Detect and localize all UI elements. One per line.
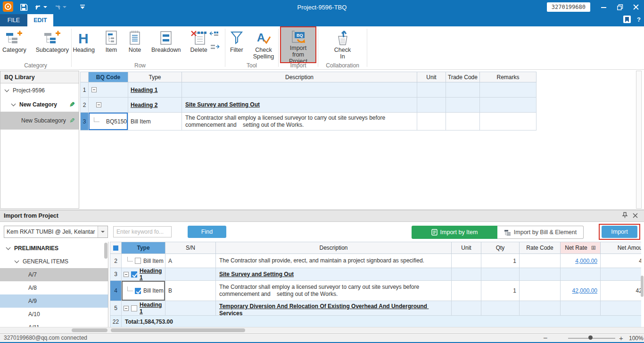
column-header-rate-code[interactable]: Rate Code <box>520 242 561 254</box>
import-by-bill-element-button[interactable]: Import by Bill & Element <box>497 226 584 239</box>
trade-code-cell[interactable] <box>446 113 480 131</box>
sn-cell[interactable]: A <box>165 254 216 268</box>
main-table-vscrollbar[interactable] <box>636 71 642 209</box>
type-cell[interactable]: Bill Item <box>122 254 165 268</box>
tree-hscroll-thumb[interactable] <box>72 328 107 332</box>
qty-cell[interactable]: 1 <box>481 281 520 301</box>
type-cell[interactable]: Heading 2 <box>128 98 182 113</box>
column-header-type[interactable]: Type <box>128 72 182 82</box>
zoom-in-button[interactable]: + <box>619 334 623 343</box>
column-header-trade-code[interactable]: Trade Code <box>446 72 480 82</box>
ribbon-button-item[interactable]: Item <box>102 27 121 62</box>
import-tree-item-a-11[interactable]: A/11 <box>0 321 108 327</box>
net-rate-cell[interactable]: 4,000.00 <box>561 254 601 268</box>
import-table-vscroll-thumb[interactable] <box>641 276 644 297</box>
collapse-icon[interactable] <box>96 102 101 107</box>
save-button[interactable] <box>20 3 28 11</box>
ribbon-button-note[interactable]: Note <box>125 27 144 62</box>
net-rate-cell[interactable] <box>561 268 601 281</box>
bookmark-icon[interactable] <box>623 16 631 23</box>
ribbon-button-check-in[interactable]: Check In <box>330 27 355 62</box>
net-rate-cell[interactable]: 42,000.00 <box>561 281 601 301</box>
import-tree-item-a-7[interactable]: A/7 <box>0 268 108 281</box>
remarks-cell[interactable] <box>480 113 537 131</box>
type-cell[interactable]: Heading 1 <box>122 268 165 281</box>
demote-icon[interactable] <box>209 43 220 52</box>
import-panel-hscrollbar[interactable] <box>0 327 644 333</box>
table-row[interactable]: 3BQ5150Bill ItemThe Contractor shall emp… <box>81 113 537 131</box>
net-amount-cell[interactable] <box>601 301 641 316</box>
expand-column-icon[interactable]: ⊞ <box>591 245 596 251</box>
help-icon[interactable]: ? <box>636 16 642 23</box>
import-tree-item-a-10[interactable]: A/10 <box>0 308 108 321</box>
rate-code-cell[interactable] <box>520 301 561 316</box>
keyword-search-input[interactable] <box>113 226 172 237</box>
table-row[interactable]: 2Bill ItemAThe Contractor shall provide,… <box>110 254 641 268</box>
description-cell[interactable]: The Contractor shall employ a licensed s… <box>182 113 417 131</box>
net-rate-link[interactable]: 42,000.00 <box>572 287 597 294</box>
tab-edit[interactable]: EDIT <box>27 14 53 26</box>
row-checkbox[interactable] <box>131 271 137 278</box>
account-id-box[interactable]: 3270199680 <box>547 2 590 12</box>
bq-tree-item-new-category[interactable]: New Category✎ <box>0 98 79 112</box>
import-by-item-button[interactable]: Import by Item <box>412 226 497 239</box>
import-tree-item-general-items[interactable]: GENERAL ITEMS <box>0 255 108 268</box>
unit-cell[interactable] <box>452 281 481 301</box>
type-cell[interactable]: Heading 1 <box>122 301 165 316</box>
column-header-s-n[interactable]: S/N <box>165 242 216 254</box>
rate-code-cell[interactable] <box>520 254 561 268</box>
close-panel-icon[interactable] <box>630 212 640 220</box>
net-rate-cell[interactable] <box>561 301 601 316</box>
unit-cell[interactable] <box>417 113 446 131</box>
ribbon-button-breakdown[interactable]: Breakdown <box>149 27 183 62</box>
ribbon-button-delete[interactable]: Delete <box>188 27 210 62</box>
net-amount-cell[interactable]: 42,000.00 <box>601 281 641 301</box>
remarks-cell[interactable] <box>480 98 537 113</box>
edit-pencil-icon[interactable]: ✎ <box>69 101 75 108</box>
column-header-qty[interactable]: Qty <box>481 242 520 254</box>
column-header-net-amount[interactable]: Net Amount <box>601 242 641 254</box>
collapse-icon[interactable] <box>124 272 129 277</box>
unit-cell[interactable] <box>452 268 481 281</box>
bq-tree-item-project-9596[interactable]: Project-9596 <box>0 83 79 98</box>
table-row[interactable]: 2Heading 2Site Survey and Setting Out <box>81 98 537 113</box>
unit-cell[interactable] <box>452 254 481 268</box>
select-all-header[interactable] <box>110 242 122 254</box>
unit-cell[interactable] <box>417 98 446 113</box>
bq-tree-item-new-subcategory[interactable]: New Subcategory✎ <box>0 112 79 130</box>
column-header-description[interactable]: Description <box>182 72 417 82</box>
description-cell[interactable]: Temporary Diversion And Relocation Of Ex… <box>216 301 452 316</box>
description-cell[interactable] <box>182 82 417 98</box>
unit-cell[interactable] <box>452 301 481 316</box>
tab-file[interactable]: FILE <box>0 14 27 26</box>
minimize-button[interactable] <box>596 0 612 14</box>
qat-customize-button[interactable] <box>80 4 85 10</box>
import-tree-item-a-9[interactable]: A/9 <box>0 294 108 308</box>
unit-cell[interactable] <box>417 82 446 98</box>
sn-cell[interactable]: B <box>165 281 216 301</box>
column-header-bq-code[interactable]: BQ Code <box>89 72 128 82</box>
tree-vscroll-thumb[interactable] <box>104 243 107 259</box>
zoom-out-button[interactable]: − <box>543 334 547 343</box>
trade-code-cell[interactable] <box>446 98 480 113</box>
net-rate-link[interactable]: 4,000.00 <box>575 258 597 264</box>
description-cell[interactable]: The Contractor shall employ a licensed s… <box>216 281 452 301</box>
restore-button[interactable] <box>612 0 628 14</box>
table-row[interactable]: 1Heading 1 <box>81 82 537 98</box>
column-header-unit[interactable]: Unit <box>417 72 446 82</box>
column-header-unit[interactable]: Unit <box>452 242 481 254</box>
column-header-description[interactable]: Description <box>216 242 452 254</box>
ribbon-button-check-spelling[interactable]: ACheck Spelling <box>251 27 276 62</box>
type-cell[interactable]: Bill Item <box>128 113 182 131</box>
ribbon-button-subcategory[interactable]: Subcategory <box>33 27 71 62</box>
edit-pencil-icon[interactable]: ✎ <box>69 117 75 124</box>
bq-code-cell[interactable] <box>89 98 128 113</box>
pin-icon[interactable] <box>619 212 630 220</box>
net-amount-cell[interactable]: 4,000.00 <box>601 254 641 268</box>
collapse-icon[interactable] <box>124 306 129 311</box>
remarks-cell[interactable] <box>480 82 537 98</box>
table-row[interactable]: 5Heading 1Temporary Diversion And Reloca… <box>110 301 641 316</box>
table-row[interactable]: 4Bill ItemBThe Contractor shall employ a… <box>110 281 641 301</box>
net-amount-cell[interactable] <box>601 268 641 281</box>
undo-dropdown-caret[interactable] <box>43 6 47 8</box>
